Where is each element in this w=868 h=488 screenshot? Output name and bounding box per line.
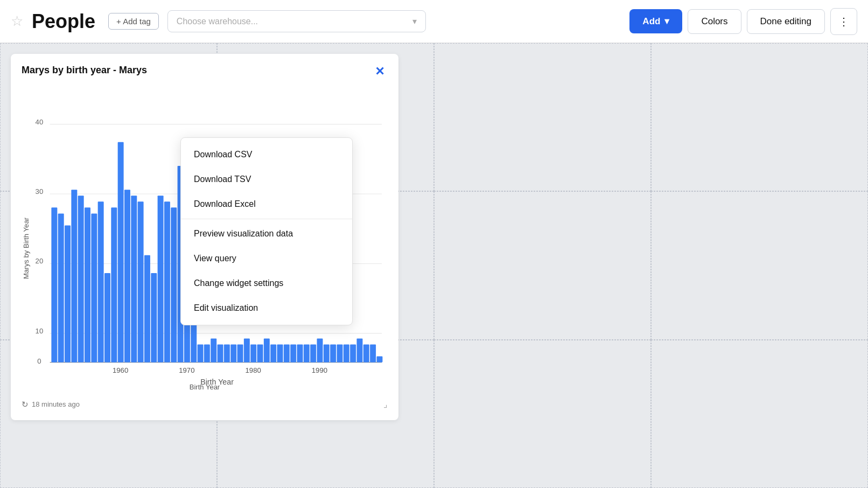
svg-text:10: 10	[36, 327, 44, 335]
svg-rect-56	[324, 344, 330, 362]
grid-cell	[651, 340, 868, 488]
svg-text:1980: 1980	[246, 366, 261, 374]
grid-cell	[651, 191, 868, 339]
svg-rect-57	[330, 344, 336, 362]
svg-rect-17	[91, 213, 97, 362]
svg-rect-60	[350, 344, 356, 362]
add-tag-button[interactable]: + Add tag	[108, 13, 159, 30]
svg-rect-50	[290, 344, 296, 362]
warehouse-select[interactable]: Choose warehouse... ▾	[167, 10, 426, 32]
svg-rect-45	[257, 344, 263, 362]
add-button-label: Add	[642, 16, 660, 27]
svg-rect-21	[118, 142, 124, 362]
svg-rect-64	[376, 357, 382, 362]
widget-footer: ↻ 18 minutes ago ⌟	[22, 399, 388, 409]
svg-rect-36	[204, 344, 210, 362]
svg-text:1960: 1960	[113, 366, 128, 374]
svg-text:Marys by Birth Year: Marys by Birth Year	[22, 217, 30, 279]
svg-rect-11	[51, 207, 57, 362]
svg-rect-26	[144, 255, 150, 362]
add-button[interactable]: Add ▾	[629, 9, 682, 33]
svg-rect-35	[198, 344, 204, 362]
menu-item-download-csv[interactable]: Download CSV	[181, 142, 352, 167]
svg-rect-46	[264, 338, 270, 362]
svg-rect-40	[230, 344, 236, 362]
svg-rect-61	[356, 338, 362, 362]
svg-text:30: 30	[36, 187, 44, 196]
done-editing-button[interactable]: Done editing	[747, 9, 825, 34]
close-button[interactable]: ✕	[372, 65, 388, 79]
svg-rect-29	[164, 201, 170, 362]
chevron-down-icon: ▾	[664, 16, 669, 27]
context-menu: Download CSV Download TSV Download Excel…	[180, 137, 353, 325]
svg-rect-27	[151, 273, 157, 362]
svg-rect-28	[158, 196, 164, 362]
more-button[interactable]: ⋮	[830, 8, 857, 35]
svg-rect-30	[171, 207, 177, 362]
warehouse-placeholder: Choose warehouse...	[177, 17, 258, 26]
grid-cell	[651, 43, 868, 191]
svg-rect-43	[250, 344, 256, 362]
dashboard: Marys by birth year - Marys ✕ 40 30 20 1…	[0, 43, 868, 488]
refresh-time: ↻ 18 minutes ago	[22, 400, 80, 409]
svg-rect-54	[317, 338, 323, 362]
svg-text:20: 20	[36, 257, 44, 265]
svg-text:1970: 1970	[179, 366, 194, 374]
svg-rect-15	[78, 196, 84, 362]
chevron-down-icon: ▾	[412, 16, 417, 26]
svg-rect-59	[344, 344, 349, 362]
svg-rect-25	[138, 201, 144, 362]
svg-rect-24	[131, 196, 137, 362]
svg-rect-58	[337, 344, 342, 362]
header-actions: Add ▾ Colors Done editing ⋮	[629, 8, 857, 35]
svg-rect-53	[310, 344, 316, 362]
widget-header: Marys by birth year - Marys ✕	[22, 65, 388, 79]
grid-cell	[434, 340, 651, 488]
menu-item-change-widget[interactable]: Change widget settings	[181, 271, 352, 296]
svg-rect-12	[58, 213, 64, 362]
x-axis-label: Birth Year	[22, 383, 388, 391]
resize-handle[interactable]: ⌟	[383, 399, 388, 409]
menu-divider	[181, 219, 352, 219]
svg-rect-23	[124, 190, 130, 362]
svg-rect-20	[111, 207, 117, 362]
svg-text:1990: 1990	[312, 366, 327, 374]
svg-rect-47	[270, 344, 276, 362]
header: ☆ People + Add tag Choose warehouse... ▾…	[0, 0, 868, 43]
menu-item-preview-viz[interactable]: Preview visualization data	[181, 221, 352, 246]
svg-text:40: 40	[36, 118, 44, 126]
grid-cell	[434, 191, 651, 339]
page-title: People	[32, 10, 95, 33]
svg-rect-49	[284, 344, 290, 362]
svg-rect-18	[98, 201, 104, 362]
svg-rect-19	[104, 273, 110, 362]
svg-rect-42	[244, 338, 250, 362]
svg-rect-37	[211, 338, 216, 362]
svg-rect-14	[71, 190, 77, 362]
colors-button[interactable]: Colors	[688, 9, 741, 34]
refresh-time-label: 18 minutes ago	[32, 400, 80, 408]
menu-item-download-tsv[interactable]: Download TSV	[181, 167, 352, 192]
grid-cell	[434, 43, 651, 191]
refresh-icon: ↻	[22, 400, 29, 409]
svg-rect-62	[363, 344, 369, 362]
star-icon[interactable]: ☆	[11, 13, 23, 30]
svg-rect-51	[297, 344, 303, 362]
svg-rect-63	[370, 344, 376, 362]
svg-rect-16	[85, 207, 90, 362]
svg-rect-13	[65, 225, 71, 362]
svg-rect-52	[304, 344, 310, 362]
svg-rect-38	[218, 344, 223, 362]
svg-rect-39	[224, 344, 230, 362]
svg-text:0: 0	[37, 357, 41, 365]
svg-rect-48	[277, 344, 283, 362]
menu-item-view-query[interactable]: View query	[181, 246, 352, 271]
widget-title: Marys by birth year - Marys	[22, 65, 147, 76]
menu-item-edit-viz[interactable]: Edit visualization	[181, 296, 352, 320]
svg-rect-41	[237, 344, 243, 362]
menu-item-download-excel[interactable]: Download Excel	[181, 192, 352, 217]
